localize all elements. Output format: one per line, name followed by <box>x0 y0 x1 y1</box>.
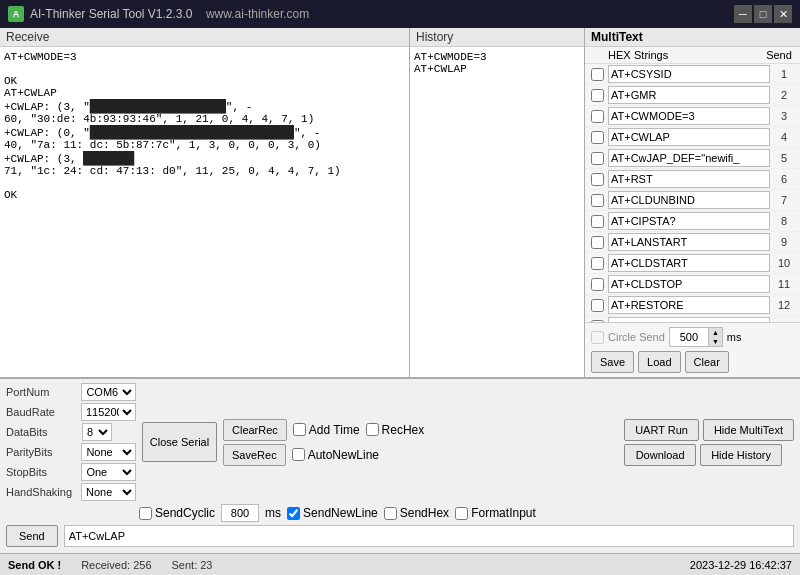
addtime-label: Add Time <box>293 423 360 437</box>
formatinput-label: FormatInput <box>455 506 536 520</box>
close-button[interactable]: ✕ <box>774 5 792 23</box>
uart-run-button[interactable]: UART Run <box>624 419 699 441</box>
multitext-row-input-4[interactable] <box>608 128 770 146</box>
multitext-row-input-5[interactable] <box>608 149 770 167</box>
multitext-row-hex-checkbox-7[interactable] <box>591 194 604 207</box>
datetime-status: 2023-12-29 16:42:37 <box>690 559 792 571</box>
multitext-row-hex-checkbox-12[interactable] <box>591 299 604 312</box>
handshaking-row: HandShaking NoneRTS/CTS <box>6 483 136 501</box>
ms-label: ms <box>265 506 281 520</box>
history-panel: History AT+CWMODE=3 AT+CWLAP <box>410 28 585 377</box>
multitext-rows: 12345678910111213 <box>585 64 800 322</box>
paritybits-row: ParityBits NoneOddEven <box>6 443 136 461</box>
multitext-row-num-6: 6 <box>774 173 794 185</box>
circle-send-ms: ms <box>727 331 742 343</box>
multitext-row-hex-checkbox-6[interactable] <box>591 173 604 186</box>
multitext-row-hex-checkbox-5[interactable] <box>591 152 604 165</box>
databits-select[interactable]: 87 <box>82 423 112 441</box>
load-button[interactable]: Load <box>638 351 680 373</box>
multitext-row-hex-checkbox-8[interactable] <box>591 215 604 228</box>
multitext-row-hex-checkbox-11[interactable] <box>591 278 604 291</box>
stopbits-label: StopBits <box>6 466 77 478</box>
multitext-row-input-12[interactable] <box>608 296 770 314</box>
multitext-footer: Circle Send ▲ ▼ ms Save Load Clear <box>585 322 800 377</box>
stopbits-select[interactable]: OneTwo <box>81 463 136 481</box>
mid-controls: ClearRec Add Time RecHex SaveRec AutoNew… <box>223 419 424 466</box>
spinner-up[interactable]: ▲ <box>708 328 722 337</box>
handshaking-select[interactable]: NoneRTS/CTS <box>81 483 136 501</box>
hide-multitext-button[interactable]: Hide MultiText <box>703 419 794 441</box>
paritybits-select[interactable]: NoneOddEven <box>81 443 136 461</box>
status-bar: Send OK ! Received: 256 Sent: 23 2023-12… <box>0 553 800 575</box>
hide-history-button[interactable]: Hide History <box>700 444 782 466</box>
maximize-button[interactable]: □ <box>754 5 772 23</box>
portnum-label: PortNum <box>6 386 77 398</box>
send-ok-status: Send OK ! <box>8 559 61 571</box>
clearrec-button[interactable]: ClearRec <box>223 419 287 441</box>
spinner-down[interactable]: ▼ <box>708 337 722 346</box>
clear-button[interactable]: Clear <box>685 351 729 373</box>
circle-send-checkbox[interactable] <box>591 331 604 344</box>
multitext-header: MultiText <box>585 28 800 47</box>
sendhex-checkbox[interactable] <box>384 507 397 520</box>
mid-row1: ClearRec Add Time RecHex <box>223 419 424 441</box>
multitext-row-input-3[interactable] <box>608 107 770 125</box>
right-row1: UART Run Hide MultiText <box>624 419 794 441</box>
multitext-row-num-5: 5 <box>774 152 794 164</box>
multitext-row: 12 <box>585 295 800 316</box>
multitext-row-input-10[interactable] <box>608 254 770 272</box>
multitext-row: 8 <box>585 211 800 232</box>
send-button[interactable]: Send <box>6 525 58 547</box>
close-serial-button[interactable]: Close Serial <box>142 422 217 462</box>
rechex-checkbox[interactable] <box>366 423 379 436</box>
multitext-row: 10 <box>585 253 800 274</box>
formatinput-checkbox[interactable] <box>455 507 468 520</box>
cyclic-ms-input[interactable] <box>221 504 259 522</box>
portnum-row: PortNum COM6 COM1COM2COM3 <box>6 383 136 401</box>
multitext-row: 9 <box>585 232 800 253</box>
rechex-label: RecHex <box>366 423 425 437</box>
multitext-row-hex-checkbox-10[interactable] <box>591 257 604 270</box>
receive-header: Receive <box>0 28 409 47</box>
sendcyclic-checkbox[interactable] <box>139 507 152 520</box>
spinner-buttons: ▲ ▼ <box>708 328 722 346</box>
multitext-row-input-7[interactable] <box>608 191 770 209</box>
multitext-row-input-2[interactable] <box>608 86 770 104</box>
autonewline-checkbox[interactable] <box>292 448 305 461</box>
multitext-row-hex-checkbox-9[interactable] <box>591 236 604 249</box>
multitext-row: 5 <box>585 148 800 169</box>
multitext-row-input-11[interactable] <box>608 275 770 293</box>
multitext-row-input-1[interactable] <box>608 65 770 83</box>
multitext-row-hex-checkbox-2[interactable] <box>591 89 604 102</box>
circle-send-value[interactable] <box>670 329 708 345</box>
multitext-row: 1 <box>585 64 800 85</box>
multitext-row-input-9[interactable] <box>608 233 770 251</box>
multitext-row-input-8[interactable] <box>608 212 770 230</box>
multitext-row-hex-checkbox-1[interactable] <box>591 68 604 81</box>
baudrate-select[interactable]: 115200 960019200 <box>81 403 136 421</box>
send-row: Send <box>6 525 794 547</box>
send-input[interactable] <box>64 525 794 547</box>
multitext-row-num-8: 8 <box>774 215 794 227</box>
window-controls: ─ □ ✕ <box>734 5 792 23</box>
addtime-checkbox[interactable] <box>293 423 306 436</box>
download-button[interactable]: Download <box>624 444 696 466</box>
multitext-row-input-6[interactable] <box>608 170 770 188</box>
multitext-row-hex-checkbox-4[interactable] <box>591 131 604 144</box>
multitext-row-hex-checkbox-3[interactable] <box>591 110 604 123</box>
circle-send-label: Circle Send <box>608 331 665 343</box>
portnum-select[interactable]: COM6 COM1COM2COM3 <box>81 383 136 401</box>
main-content: Receive AT+CWMODE=3 OK AT+CWLAP +CWLAP: … <box>0 28 800 575</box>
sendnewline-checkbox[interactable] <box>287 507 300 520</box>
minimize-button[interactable]: ─ <box>734 5 752 23</box>
multitext-row: 3 <box>585 106 800 127</box>
saverec-button[interactable]: SaveRec <box>223 444 286 466</box>
multitext-row: 2 <box>585 85 800 106</box>
serial-params: PortNum COM6 COM1COM2COM3 BaudRate 11520… <box>6 383 136 501</box>
multitext-row-num-12: 12 <box>774 299 794 311</box>
circle-send-spinner[interactable]: ▲ ▼ <box>669 327 723 347</box>
multitext-row-num-1: 1 <box>774 68 794 80</box>
save-button[interactable]: Save <box>591 351 634 373</box>
mid-row2: SaveRec AutoNewLine <box>223 444 424 466</box>
app-title: AI-Thinker Serial Tool V1.2.3.0 www.ai-t… <box>30 7 309 21</box>
